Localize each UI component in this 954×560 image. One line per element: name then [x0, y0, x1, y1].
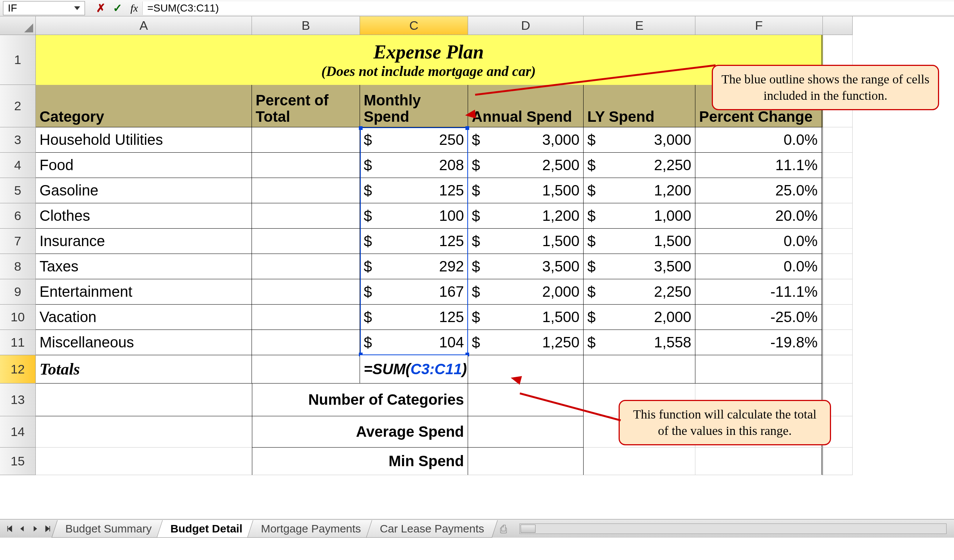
cell-pct-change[interactable]: -25.0% — [695, 305, 823, 330]
cell-b12[interactable] — [252, 355, 360, 384]
cell-e12[interactable] — [584, 355, 695, 384]
row-header-1[interactable]: 1 — [0, 35, 36, 85]
cell-category[interactable]: Household Utilities — [36, 128, 252, 152]
cell-category[interactable]: Insurance — [36, 229, 252, 254]
cell-ly[interactable]: $2,250 — [584, 279, 695, 305]
name-box[interactable]: IF — [3, 1, 85, 15]
new-sheet-icon[interactable]: ⎙ — [495, 521, 512, 538]
tab-budget-detail[interactable]: Budget Detail — [156, 520, 256, 538]
cell-pct-total[interactable] — [252, 279, 360, 305]
col-header-c[interactable]: C — [360, 16, 468, 35]
cell-pct-total[interactable] — [252, 330, 360, 355]
cell-pct-total[interactable] — [252, 203, 360, 229]
cell-a15[interactable] — [36, 448, 252, 475]
cell-pct-change[interactable]: -11.1% — [695, 279, 823, 305]
cell-ly[interactable]: $3,500 — [584, 254, 695, 279]
cell-ly[interactable]: $2,000 — [584, 305, 695, 330]
row-header-13[interactable]: 13 — [0, 384, 36, 416]
cell-category[interactable]: Food — [36, 152, 252, 178]
cell-pct-total[interactable] — [252, 152, 360, 178]
scrollbar-thumb[interactable] — [521, 525, 536, 533]
tab-prev-button[interactable] — [17, 524, 28, 534]
cell-f15[interactable] — [695, 448, 823, 475]
cell-monthly[interactable]: $292 — [360, 254, 468, 279]
cancel-formula-button[interactable]: ✗ — [92, 2, 109, 14]
cell-pct-change[interactable]: 0.0% — [695, 229, 823, 254]
cell-annual[interactable]: $3,000 — [468, 128, 584, 152]
cell-f12[interactable] — [695, 355, 823, 384]
cell-category[interactable]: Gasoline — [36, 178, 252, 203]
tab-mortgage[interactable]: Mortgage Payments — [248, 520, 375, 538]
cell-annual[interactable]: $2,500 — [468, 152, 584, 178]
cell-annual[interactable]: $1,500 — [468, 178, 584, 203]
row-header-4[interactable]: 4 — [0, 152, 36, 178]
cell-a14[interactable] — [36, 416, 252, 448]
tab-car-lease[interactable]: Car Lease Payments — [366, 520, 497, 538]
tab-next-button[interactable] — [30, 524, 40, 534]
cell-category[interactable]: Entertainment — [36, 279, 252, 305]
cell-pct-change[interactable]: -19.8% — [695, 330, 823, 355]
formula-input[interactable]: =SUM(C3:C11) — [142, 2, 954, 15]
row-header-11[interactable]: 11 — [0, 330, 36, 355]
row-header-7[interactable]: 7 — [0, 229, 36, 254]
cell-monthly[interactable]: $125 — [360, 229, 468, 254]
cell-g12[interactable] — [823, 355, 853, 384]
tab-budget-summary[interactable]: Budget Summary — [51, 520, 165, 538]
col-header-d[interactable]: D — [468, 16, 584, 35]
cell-e15[interactable] — [584, 448, 695, 475]
cell-pct-change[interactable]: 0.0% — [695, 254, 823, 279]
fx-icon[interactable]: fx — [126, 2, 142, 14]
cell-pct-total[interactable] — [252, 229, 360, 254]
cell-pct-change[interactable]: 0.0% — [695, 128, 823, 152]
cell-category[interactable]: Clothes — [36, 203, 252, 229]
header-category[interactable]: Category — [36, 85, 252, 128]
cell-ly[interactable]: $1,500 — [584, 229, 695, 254]
cell-d13[interactable] — [468, 384, 584, 416]
row-header-6[interactable]: 6 — [0, 203, 36, 229]
cell-pct-total[interactable] — [252, 128, 360, 152]
header-annual[interactable]: Annual Spend — [468, 85, 584, 128]
row-header-15[interactable]: 15 — [0, 448, 36, 475]
cell-g[interactable] — [823, 152, 853, 178]
cell-g[interactable] — [823, 178, 853, 203]
cell-g[interactable] — [823, 203, 853, 229]
min-label[interactable]: Min Spend — [252, 448, 468, 475]
tab-first-button[interactable] — [5, 524, 15, 534]
cell-annual[interactable]: $3,500 — [468, 254, 584, 279]
col-header-b[interactable]: B — [252, 16, 360, 35]
cell-annual[interactable]: $1,500 — [468, 305, 584, 330]
horizontal-scrollbar[interactable] — [519, 524, 946, 534]
cell-annual[interactable]: $1,250 — [468, 330, 584, 355]
cell-monthly[interactable]: $100 — [360, 203, 468, 229]
cell-g[interactable] — [823, 128, 853, 152]
col-header-g[interactable] — [823, 16, 853, 35]
row-header-14[interactable]: 14 — [0, 416, 36, 448]
cell-ly[interactable]: $1,558 — [584, 330, 695, 355]
select-all-corner[interactable] — [0, 16, 36, 35]
col-header-e[interactable]: E — [584, 16, 695, 35]
row-header-12[interactable]: 12 — [0, 355, 36, 384]
totals-label[interactable]: Totals — [36, 355, 252, 384]
header-ly[interactable]: LY Spend — [584, 85, 695, 128]
cell-g[interactable] — [823, 279, 853, 305]
cell-monthly[interactable]: $167 — [360, 279, 468, 305]
numcat-label[interactable]: Number of Categories — [252, 384, 468, 416]
row-header-2[interactable]: 2 — [0, 85, 36, 128]
cell-ly[interactable]: $1,000 — [584, 203, 695, 229]
cell-ly[interactable]: $1,200 — [584, 178, 695, 203]
header-monthly[interactable]: Monthly Spend — [360, 85, 468, 128]
cell-annual[interactable]: $2,000 — [468, 279, 584, 305]
row-header-8[interactable]: 8 — [0, 254, 36, 279]
cell-g[interactable] — [823, 254, 853, 279]
cell-monthly[interactable]: $208 — [360, 152, 468, 178]
row-header-3[interactable]: 3 — [0, 128, 36, 152]
cell-g[interactable] — [823, 305, 853, 330]
cell-monthly[interactable]: $250 — [360, 128, 468, 152]
col-header-f[interactable]: F — [695, 16, 823, 35]
cell-ly[interactable]: $2,250 — [584, 152, 695, 178]
row-header-9[interactable]: 9 — [0, 279, 36, 305]
cell-g15[interactable] — [823, 448, 853, 475]
cell-d12[interactable] — [468, 355, 584, 384]
tab-last-button[interactable] — [42, 524, 53, 534]
cell-annual[interactable]: $1,200 — [468, 203, 584, 229]
